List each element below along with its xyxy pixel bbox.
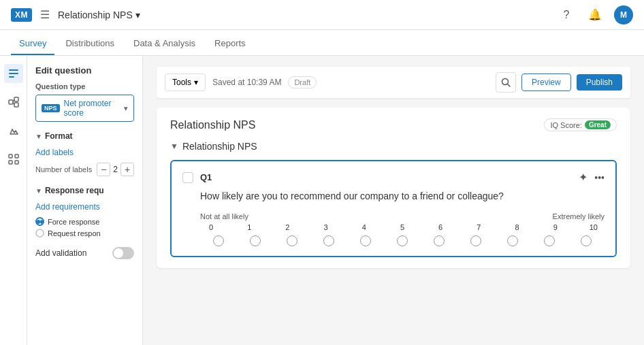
nps-radio-2[interactable] [287,235,297,246]
svg-rect-1 [9,73,18,74]
tab-survey[interactable]: Survey [11,33,54,55]
edit-panel-title: Edit question [35,65,134,76]
svg-line-13 [507,84,510,87]
survey-page-title: Relationship NPS [170,119,255,131]
svg-rect-3 [9,100,13,104]
force-response-label: Force response [48,218,99,226]
preview-button[interactable]: Preview [521,73,571,91]
question-checkbox[interactable] [182,172,193,183]
stepper-plus-button[interactable]: + [120,163,134,176]
sidebar-item-settings[interactable] [4,150,23,169]
nps-number-6: 6 [430,223,451,231]
main-layout: Edit question Question type NPS Net prom… [0,56,644,345]
nps-radio-10[interactable] [581,235,592,246]
nps-scale: Not at all likely Extremely likely 01234… [200,212,605,246]
svg-rect-10 [9,161,12,164]
question-text: How likely are you to recommend our comp… [200,191,605,201]
response-collapse-icon: ▼ [35,187,42,195]
labels-stepper: − 2 + [97,163,134,176]
top-nav: XM ☰ Relationship NPS ▾ ? 🔔 M [0,0,644,30]
sidebar-item-theme[interactable] [4,121,23,140]
request-response-option[interactable]: Request respon [35,229,134,237]
section-collapse-arrow-icon[interactable]: ▼ [170,142,178,151]
response-req-header[interactable]: ▼ Response requ [35,186,134,195]
sidebar-item-flow[interactable] [4,93,23,112]
more-options-icon[interactable]: ••• [594,172,605,183]
nps-radio-0[interactable] [213,235,224,246]
search-button[interactable] [496,72,516,93]
add-requirements-link[interactable]: Add requirements [35,202,134,212]
svg-rect-11 [15,161,18,164]
svg-rect-4 [14,97,18,101]
nps-radio-7[interactable] [470,235,481,246]
nps-label-right: Extremely likely [553,212,605,220]
nps-labels: Not at all likely Extremely likely [200,212,605,220]
star-icon[interactable]: ✦ [579,171,587,184]
nav-right: ? 🔔 M [557,5,633,24]
question-type-dropdown[interactable]: NPS Net promoter score ▾ [35,95,134,122]
tab-data-analysis[interactable]: Data & Analysis [125,33,204,55]
survey-area: Tools ▾ Saved at 10:39 AM Draft Preview … [143,56,644,345]
nps-label-left: Not at all likely [200,212,248,220]
section-name: Relationship NPS [182,141,257,152]
nps-radio-5[interactable] [397,235,408,246]
svg-rect-0 [9,69,18,71]
nps-number-10: 10 [583,223,605,231]
survey-page: Relationship NPS IQ Score: Great ▼ Relat… [157,108,630,268]
nps-number-7: 7 [468,223,489,231]
stepper-minus-button[interactable]: − [97,163,110,176]
format-title: Format [45,131,73,141]
nps-numbers: 012345678910 [200,223,605,231]
title-chevron-icon[interactable]: ▾ [135,10,140,20]
force-response-radio[interactable] [35,217,44,226]
help-button[interactable]: ? [557,5,576,24]
question-number: Q1 [200,172,212,182]
nps-radio-3[interactable] [323,235,334,246]
nps-number-4: 4 [353,223,375,231]
tab-distributions[interactable]: Distributions [57,33,123,55]
xm-logo: XM [11,8,32,22]
nps-radio-1[interactable] [250,235,261,246]
add-labels-link[interactable]: Add labels [35,148,134,157]
publish-button[interactable]: Publish [577,74,622,91]
tab-reports[interactable]: Reports [206,33,254,55]
request-response-radio[interactable] [35,229,44,237]
search-icon [501,78,511,87]
svg-rect-2 [9,76,14,78]
nps-radio-8[interactable] [507,235,518,246]
num-labels-row: Number of labels − 2 + [35,163,134,176]
svg-rect-5 [14,103,18,107]
iq-score-badge: IQ Score: Great [544,118,617,131]
question-type-label: Question type [35,82,134,91]
nps-number-0: 0 [200,223,222,231]
nav-title: Relationship NPS ▾ [58,10,140,20]
nps-radio-4[interactable] [360,235,371,246]
nps-type-text: Net promoter score [64,99,120,118]
nps-number-2: 2 [276,223,298,231]
survey-toolbar: Tools ▾ Saved at 10:39 AM Draft Preview … [157,67,630,98]
notifications-button[interactable]: 🔔 [585,5,605,24]
nps-number-3: 3 [315,223,337,231]
question-card: Q1 ✦ ••• How likely are you to recommend… [170,160,617,257]
request-response-label: Request respon [48,229,101,237]
nps-radio-9[interactable] [544,235,555,246]
force-response-option[interactable]: Force response [35,217,134,226]
validation-toggle[interactable] [112,247,134,259]
nps-badge: NPS [42,104,60,112]
icon-sidebar [0,56,27,345]
survey-header-row: Relationship NPS IQ Score: Great [170,118,617,131]
nps-radios [200,235,605,246]
edit-panel: Edit question Question type NPS Net prom… [27,56,143,345]
hamburger-icon[interactable]: ☰ [40,8,50,21]
validation-label: Add validation [35,248,107,258]
avatar[interactable]: M [614,5,633,24]
nps-radio-6[interactable] [434,235,445,246]
app-title: Relationship NPS [58,10,133,20]
sidebar-item-questions[interactable] [4,64,23,83]
format-header[interactable]: ▼ Format [35,131,134,141]
great-badge: Great [585,120,611,129]
nps-number-9: 9 [545,223,566,231]
tools-button[interactable]: Tools ▾ [165,73,206,91]
iq-score-label: IQ Score: [550,121,581,129]
chevron-down-icon: ▾ [124,104,128,113]
